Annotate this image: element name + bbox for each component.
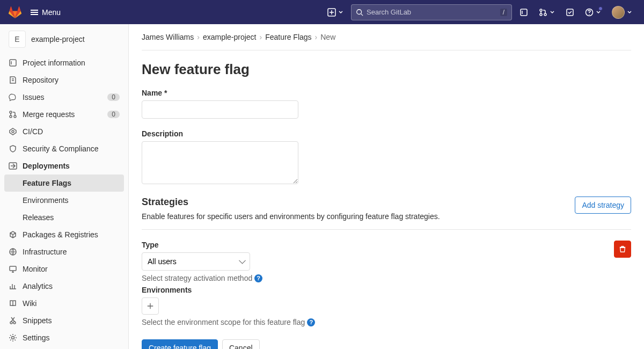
strategies-description: Enable features for specific users and e… — [142, 212, 440, 221]
delete-strategy-button[interactable] — [614, 241, 631, 258]
environments-label: Environments — [142, 286, 421, 294]
breadcrumb-link[interactable]: Feature Flags — [265, 33, 311, 41]
issues-shortcut[interactable] — [516, 5, 531, 20]
name-input[interactable] — [142, 100, 298, 119]
help-icon — [585, 8, 594, 17]
sidebar-subitem-feature-flags[interactable]: Feature Flags — [4, 174, 124, 192]
chevron-down-icon — [338, 10, 343, 15]
sidebar-item-project-information[interactable]: Project information — [0, 54, 128, 71]
help-button[interactable] — [582, 5, 604, 20]
svg-point-4 — [540, 13, 542, 16]
issue-icon — [519, 8, 528, 17]
sidebar-item-ci-cd[interactable]: CI/CD — [0, 123, 128, 140]
chevron-down-icon — [550, 10, 555, 15]
package-icon — [9, 230, 17, 239]
help-icon[interactable]: ? — [254, 274, 262, 282]
sidebar-subitem-environments[interactable]: Environments — [0, 192, 128, 209]
hamburger-icon — [30, 8, 39, 17]
chevron-down-icon — [627, 10, 632, 15]
merge-requests-shortcut[interactable] — [536, 5, 558, 20]
cancel-button[interactable]: Cancel — [222, 339, 260, 349]
sidebar-item-label: Settings — [23, 333, 120, 342]
sidebar-item-label: Environments — [23, 196, 120, 205]
menu-label: Menu — [42, 8, 61, 17]
svg-point-3 — [540, 9, 542, 11]
svg-point-11 — [10, 115, 12, 118]
sidebar-item-label: Infrastructure — [23, 248, 120, 256]
svg-rect-9 — [10, 60, 16, 66]
gitlab-logo[interactable] — [9, 6, 21, 19]
svg-point-17 — [10, 322, 12, 324]
search-box[interactable]: / — [351, 4, 512, 20]
sidebar-item-analytics[interactable]: Analytics — [0, 278, 128, 295]
sidebar-item-settings[interactable]: Settings — [0, 329, 128, 346]
menu-button[interactable]: Menu — [26, 5, 65, 20]
svg-point-10 — [10, 111, 12, 113]
merge-icon — [9, 110, 17, 119]
type-help-text: Select strategy activation method — [142, 274, 252, 282]
add-strategy-button[interactable]: Add strategy — [575, 197, 631, 214]
settings-icon — [9, 333, 17, 342]
sidebar-item-infrastructure[interactable]: Infrastructure — [0, 243, 128, 260]
avatar — [612, 6, 625, 19]
svg-point-8 — [589, 14, 590, 15]
create-button[interactable] — [324, 5, 347, 20]
svg-point-13 — [12, 130, 14, 133]
todos-shortcut[interactable] — [562, 5, 577, 20]
svg-rect-2 — [521, 9, 527, 16]
wiki-icon — [9, 299, 17, 308]
project-header[interactable]: E example-project — [0, 28, 128, 54]
monitor-icon — [9, 265, 17, 273]
sidebar-item-label: Merge requests — [23, 110, 102, 119]
name-label: Name * — [142, 89, 421, 97]
plus-icon — [147, 302, 154, 310]
sidebar-item-issues[interactable]: Issues0 — [0, 89, 128, 106]
sidebar-item-security-compliance[interactable]: Security & Compliance — [0, 140, 128, 157]
chevron-right-icon: › — [197, 33, 200, 41]
chevron-right-icon: › — [315, 33, 318, 41]
issues-icon — [9, 93, 17, 101]
sidebar-item-wiki[interactable]: Wiki — [0, 295, 128, 312]
merge-icon — [539, 8, 547, 17]
count-badge: 0 — [107, 93, 120, 101]
sidebar-item-monitor[interactable]: Monitor — [0, 260, 128, 278]
env-help-text: Select the environment scope for this fe… — [142, 318, 305, 326]
submit-button[interactable]: Create feature flag — [142, 339, 218, 349]
page-title: New feature flag — [142, 61, 631, 78]
sidebar-item-label: Repository — [23, 76, 120, 84]
strategies-title: Strategies — [142, 197, 440, 208]
svg-point-18 — [13, 322, 16, 324]
chevron-right-icon: › — [260, 33, 262, 41]
sidebar-subitem-releases[interactable]: Releases — [0, 209, 128, 226]
sidebar-item-label: Releases — [23, 213, 120, 222]
sidebar-item-deployments[interactable]: Deployments — [0, 157, 128, 174]
sidebar-item-merge-requests[interactable]: Merge requests0 — [0, 106, 128, 123]
sidebar-item-packages-registries[interactable]: Packages & Registries — [0, 226, 128, 243]
sidebar-item-snippets[interactable]: Snippets — [0, 312, 128, 329]
breadcrumb-link[interactable]: example-project — [203, 33, 257, 41]
sidebar-item-label: Wiki — [23, 299, 120, 308]
help-icon[interactable]: ? — [307, 318, 315, 326]
sidebar-item-label: Deployments — [23, 162, 120, 170]
type-select[interactable]: All users — [142, 252, 250, 271]
svg-point-5 — [544, 13, 546, 16]
shield-icon — [9, 144, 17, 153]
search-input[interactable] — [367, 8, 500, 16]
type-label: Type — [142, 241, 262, 249]
sidebar-item-label: Analytics — [23, 282, 120, 290]
sidebar-item-label: Project information — [23, 59, 120, 67]
description-input[interactable] — [142, 141, 298, 184]
trash-icon — [619, 245, 626, 253]
add-environment-button[interactable] — [142, 297, 159, 315]
sidebar-item-label: Feature Flags — [23, 179, 115, 187]
user-menu[interactable] — [609, 3, 635, 22]
sidebar-item-repository[interactable]: Repository — [0, 71, 128, 89]
sidebar-item-label: Issues — [23, 93, 102, 101]
cicd-icon — [9, 127, 17, 136]
plus-square-icon — [327, 8, 336, 17]
breadcrumb-link[interactable]: James Williams — [142, 33, 194, 41]
infra-icon — [9, 248, 17, 256]
svg-rect-16 — [10, 266, 16, 271]
project-name: example-project — [31, 35, 85, 43]
breadcrumb: James Williams›example-project›Feature F… — [142, 33, 631, 50]
